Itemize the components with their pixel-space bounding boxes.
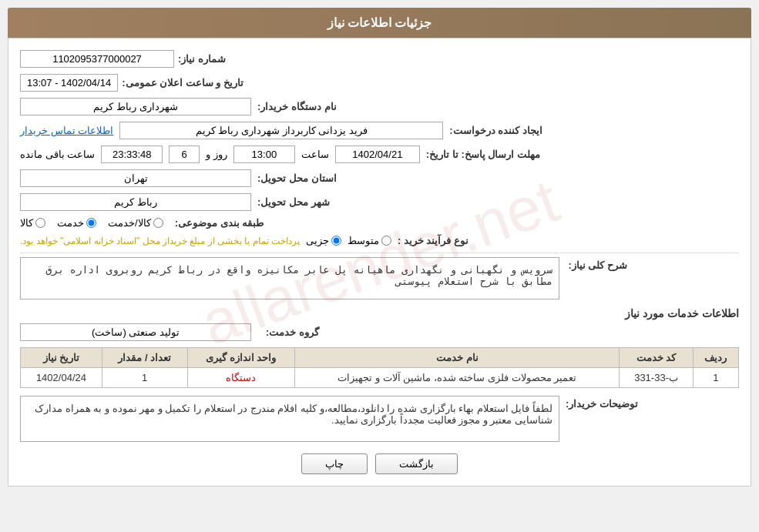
mohlat-saat-value: 13:00 — [233, 146, 295, 163]
button-row: بازگشت چاپ — [20, 453, 739, 474]
sharh-value: سرویس و نگهبانی و نگهداری ماهیانه پل عاب… — [20, 257, 559, 299]
services-table: ردیف کد خدمت نام خدمت واحد اندازه گیری ت… — [20, 347, 739, 388]
cell-tarikh: 1402/04/24 — [21, 368, 102, 388]
radio-motawaset-label: متوسط — [348, 235, 379, 246]
cell-code: ب-33-331 — [620, 368, 693, 388]
ostan-label: استان محل تحویل: — [257, 172, 337, 184]
page-header: جزئیات اطلاعات نیاز — [8, 8, 751, 38]
cell-tedad: 1 — [102, 368, 187, 388]
col-radif: ردیف — [693, 348, 738, 368]
noe-farayand-label: نوع فرآیند خرید : — [398, 235, 468, 246]
radio-kala-khadamat-label: کالا/خدمت — [108, 217, 151, 229]
tawzeehat-label: توضیحات خریدار: — [566, 398, 638, 410]
page-container: جزئیات اطلاعات نیاز allarender.net شماره… — [0, 0, 759, 532]
tabaqe-row: طبقه بندی موضوعی: کالا/خدمت خدمت کالا — [20, 217, 739, 229]
radio-jozyi-item: جزیی — [306, 235, 341, 246]
mohlat-label: مهلت ارسال پاسخ: تا تاریخ: — [426, 149, 540, 160]
radio-khadamat[interactable] — [86, 218, 96, 228]
shmaare-niyaz-label: شماره نیاز: — [178, 53, 226, 65]
col-code: کد خدمت — [620, 348, 693, 368]
tawzeehat-row: توضیحات خریدار: لطفاً فایل استعلام بهاء … — [20, 396, 739, 442]
mohlat-countdown: 23:33:48 — [101, 146, 163, 163]
shahr-label: شهر محل تحویل: — [257, 196, 330, 208]
naam-dastgaah-value: شهرداری رباط کریم — [20, 98, 251, 115]
col-tarikh: تاریخ نیاز — [21, 348, 102, 368]
ijad-label: ایجاد کننده درخواست: — [449, 125, 542, 136]
mohlat-row: مهلت ارسال پاسخ: تا تاریخ: 1402/04/21 سا… — [20, 146, 739, 163]
tarikh-value: 1402/04/14 - 13:07 — [20, 74, 118, 92]
back-button[interactable]: بازگشت — [375, 453, 458, 474]
radio-khadamat-item: خدمت — [57, 217, 96, 229]
cell-naam: تعمیر محصولات فلزی ساخته شده، ماشین آلات… — [295, 368, 620, 388]
radio-kala[interactable] — [35, 218, 45, 228]
ittelaat-link[interactable]: اطلاعات تماس خریدار — [20, 125, 113, 136]
print-button[interactable]: چاپ — [301, 453, 368, 474]
cell-vahed: دستگاه — [187, 368, 295, 388]
tarikh-label: تاریخ و ساعت اعلان عمومی: — [122, 77, 243, 89]
tarikh-row: تاریخ و ساعت اعلان عمومی: 1402/04/14 - 1… — [20, 74, 739, 92]
divider-1 — [20, 253, 739, 253]
cell-radif: 1 — [693, 368, 738, 388]
ittelaat-khadamat-title: اطلاعات خدمات مورد نیاز — [20, 307, 739, 320]
mohlat-date: 1402/04/21 — [335, 146, 420, 163]
radio-kala-khadamat-item: کالا/خدمت — [108, 217, 163, 229]
sharh-label: شرح کلی نیاز: — [566, 259, 627, 271]
naam-dastgaah-row: نام دستگاه خریدار: شهرداری رباط کریم — [20, 98, 739, 115]
shahr-row: شهر محل تحویل: رباط کریم — [20, 193, 739, 211]
shmaare-niyaz-value: 1102095377000027 — [20, 50, 174, 68]
radio-kala-item: کالا — [20, 217, 45, 229]
radio-kala-label: کالا — [20, 217, 33, 229]
col-tedad: تعداد / مقدار — [102, 348, 187, 368]
tabaqe-label: طبقه بندی موضوعی: — [175, 217, 264, 229]
table-row: 1 ب-33-331 تعمیر محصولات فلزی ساخته شده،… — [21, 368, 739, 388]
main-panel: allarender.net شماره نیاز: 1102095377000… — [8, 38, 751, 487]
noe-farayand-row: نوع فرآیند خرید : متوسط جزیی پرداخت تمام… — [20, 235, 739, 246]
warning-text: پرداخت تمام یا بخشی از مبلغ خریداز محل "… — [20, 236, 300, 246]
radio-kala-khadamat[interactable] — [153, 218, 163, 228]
shmaare-niyaz-row: شماره نیاز: 1102095377000027 — [20, 50, 739, 68]
ostan-value: تهران — [20, 169, 251, 187]
ostan-row: استان محل تحویل: تهران — [20, 169, 739, 187]
mohlat-rooz-value: 6 — [169, 146, 200, 163]
radio-jozyi-label: جزیی — [306, 235, 329, 246]
shahr-value: رباط کریم — [20, 193, 251, 211]
mohlat-saat-label: ساعت — [301, 149, 329, 160]
grooh-value: تولید صنعتی (ساخت) — [20, 323, 251, 341]
ijad-value: فرید یزدانی کاربرداز شهرداری رباط کریم — [119, 122, 443, 139]
radio-jozyi[interactable] — [331, 236, 341, 246]
grooh-label: گروه خدمت: — [257, 326, 319, 338]
page-title: جزئیات اطلاعات نیاز — [327, 16, 432, 29]
tawzeehat-value: لطفاً فایل استعلام بهاء بارگزاری شده را … — [20, 396, 559, 442]
radio-motawaset-item: متوسط — [348, 235, 391, 246]
mohlat-baaghi-label: ساعت باقی مانده — [20, 149, 95, 160]
mohlat-rooz-label: روز و — [206, 149, 227, 160]
grooh-row: گروه خدمت: تولید صنعتی (ساخت) — [20, 323, 739, 341]
ijad-row: ایجاد کننده درخواست: فرید یزدانی کاربردا… — [20, 122, 739, 139]
sharh-row: شرح کلی نیاز: سرویس و نگهبانی و نگهداری … — [20, 257, 739, 299]
naam-dastgaah-label: نام دستگاه خریدار: — [257, 101, 337, 112]
col-vahed: واحد اندازه گیری — [187, 348, 295, 368]
radio-khadamat-label: خدمت — [57, 217, 84, 229]
col-naam: نام خدمت — [295, 348, 620, 368]
radio-motawaset[interactable] — [381, 236, 391, 246]
